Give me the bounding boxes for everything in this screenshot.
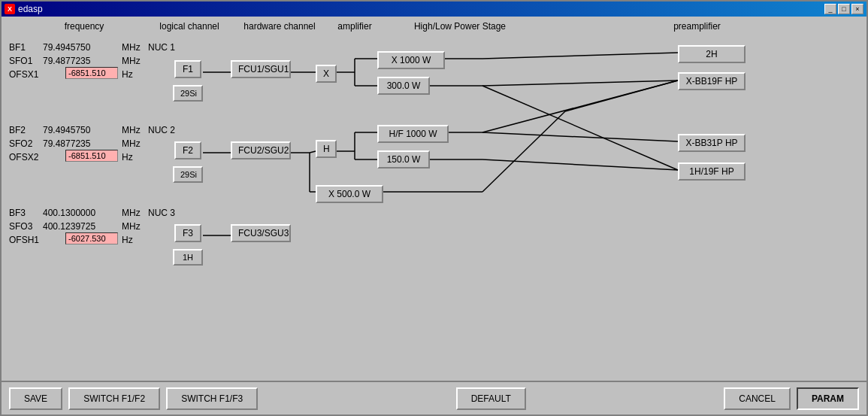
svg-line-28 [482,80,678,132]
power-hf1000-button[interactable]: H/F 1000 W [377,125,449,143]
ofsx1-unit: Hz [122,69,133,80]
sfo1-unit: MHz [122,56,141,66]
f2-button[interactable]: F2 [174,141,201,159]
bf2-unit: MHz [122,125,141,135]
title-bar-left: X edasp [5,4,43,14]
nuc2-sub-button[interactable]: 29Si [173,166,203,183]
param-button[interactable]: PARAM [797,387,859,410]
nuc3-label: NUC 3 [148,208,175,218]
bf1-unit: MHz [122,42,141,53]
svg-line-22 [482,80,678,86]
preamp1-button[interactable]: 2H [678,45,746,63]
bf3-unit: MHz [122,208,141,218]
sfo2-value: 79.4877235 [43,138,90,149]
col-power: High/Low Power Stage [385,21,535,32]
default-button[interactable]: DEFAULT [456,387,526,410]
col-preamp: preamplifier [535,21,859,32]
title-bar: X edasp _ □ × [2,2,866,17]
ofsx1-label: OFSX1 [9,69,38,80]
col-hardware: hardware channel [234,21,325,32]
col-logical: logical channel [144,21,234,32]
svg-line-26 [565,80,678,111]
sfo3-unit: MHz [122,221,141,232]
ofsx2-input[interactable] [65,150,118,162]
main-window: X edasp _ □ × frequency logical channel … [0,0,868,416]
col-frequency: frequency [24,21,144,32]
sfo3-label: SFO3 [9,221,32,232]
nuc1-label: NUC 1 [148,42,175,53]
ofsh1-label: OFSH1 [9,235,39,245]
fcu2-button[interactable]: FCU2/SGU2 [231,141,291,159]
diagram-area: BF1 79.4945750 MHz NUC 1 SFO1 79.4877235… [2,36,866,381]
svg-line-23 [482,132,678,141]
ofsx2-label: OFSX2 [9,152,38,162]
col-amplifier: amplifier [325,21,385,32]
bottom-bar: SAVE SWITCH F1/F2 SWITCH F1/F3 DEFAULT C… [2,381,866,414]
ofsh1-input[interactable] [65,232,118,244]
svg-line-27 [482,86,678,170]
preamp3-button[interactable]: X-BB31P HP [678,134,746,152]
fcu3-button[interactable]: FCU3/SGU3 [231,224,291,242]
bf1-value: 79.4945750 [43,42,90,53]
minimize-button[interactable]: _ [824,4,836,14]
sfo1-label: SFO1 [9,56,32,66]
bf1-label: BF1 [9,42,26,53]
nuc1-sub-button[interactable]: 29Si [173,85,203,102]
bf2-value: 79.4945750 [43,125,90,135]
app-icon: X [5,4,15,14]
preamp4-button[interactable]: 1H/19F HP [678,162,746,181]
column-headers: frequency logical channel hardware chann… [2,17,866,36]
svg-line-24 [482,159,678,170]
ofsx1-input[interactable] [65,67,118,79]
switch-f1f2-button[interactable]: SWITCH F1/F2 [68,387,160,410]
preamp2-button[interactable]: X-BB19F HP [678,72,746,90]
power-x300-button[interactable]: 300.0 W [377,77,430,95]
svg-line-25 [482,111,565,192]
power-x500-button[interactable]: X 500.0 W [316,185,383,203]
nuc2-label: NUC 2 [148,125,175,135]
title-bar-controls: _ □ × [824,4,863,14]
bf3-label: BF3 [9,208,26,218]
f1-button[interactable]: F1 [174,60,201,78]
ofsh1-unit: Hz [122,235,133,245]
sfo3-value: 400.1239725 [43,221,95,232]
save-button[interactable]: SAVE [9,387,62,410]
svg-line-21 [482,53,678,59]
f3-button[interactable]: F3 [174,224,201,242]
window-title: edasp [18,4,43,14]
cancel-button[interactable]: CANCEL [724,387,791,410]
bf3-value: 400.1300000 [43,208,95,218]
maximize-button[interactable]: □ [838,4,850,14]
close-button[interactable]: × [851,4,863,14]
ofsx2-unit: Hz [122,152,133,162]
amp-x-button[interactable]: X [316,65,337,83]
power-h150-button[interactable]: 150.0 W [377,150,430,169]
sfo2-unit: MHz [122,138,141,149]
switch-f1f3-button[interactable]: SWITCH F1/F3 [166,387,258,410]
sfo1-value: 79.4877235 [43,56,90,66]
svg-line-5 [310,151,316,153]
power-x1000-button[interactable]: X 1000 W [377,51,445,69]
fcu1-button[interactable]: FCU1/SGU1 [231,60,291,78]
sfo2-label: SFO2 [9,138,32,149]
bf2-label: BF2 [9,125,26,135]
nuc3-sub-button[interactable]: 1H [173,249,203,266]
amp-h-button[interactable]: H [316,140,337,158]
